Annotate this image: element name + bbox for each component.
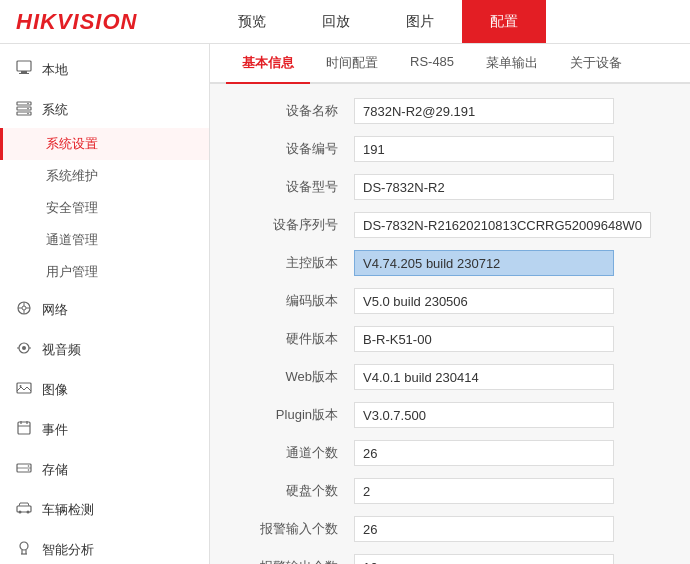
- svg-rect-4: [17, 107, 31, 110]
- form-row-device-id: 设备编号191: [234, 134, 666, 164]
- sidebar-item-system-settings[interactable]: 系统设置: [0, 128, 209, 160]
- sidebar-item-event[interactable]: 事件: [0, 412, 209, 448]
- image-icon: [16, 380, 32, 400]
- form-label-device-serial: 设备序列号: [234, 216, 354, 234]
- content-area: 基本信息 时间配置 RS-485 菜单输出 关于设备 设备名称7832N-R2@…: [210, 44, 690, 564]
- video-icon: [16, 340, 32, 360]
- svg-point-7: [27, 108, 29, 110]
- sidebar-section-vehicle: 车辆检测: [0, 492, 209, 528]
- svg-rect-0: [17, 61, 31, 71]
- form-body: 设备名称7832N-R2@29.191设备编号191设备型号DS-7832N-R…: [210, 84, 690, 564]
- svg-rect-3: [17, 102, 31, 105]
- sidebar-item-video-audio[interactable]: 视音频: [0, 332, 209, 368]
- sidebar-item-user-management[interactable]: 用户管理: [0, 256, 209, 288]
- form-value-alarm-input-count[interactable]: 26: [354, 516, 614, 542]
- sidebar-item-network-label: 网络: [42, 301, 68, 319]
- sidebar-item-local[interactable]: 本地: [0, 52, 209, 88]
- sidebar-item-image[interactable]: 图像: [0, 372, 209, 408]
- form-label-device-model: 设备型号: [234, 178, 354, 196]
- svg-rect-5: [17, 112, 31, 115]
- sidebar-item-system-maintenance[interactable]: 系统维护: [0, 160, 209, 192]
- logo-text: HIKVISION: [16, 9, 137, 34]
- form-row-plugin-version: Plugin版本V3.0.7.500: [234, 400, 666, 430]
- form-value-alarm-output-count[interactable]: 16: [354, 554, 614, 564]
- sidebar-section-network: 网络: [0, 292, 209, 328]
- nav-config[interactable]: 配置: [462, 0, 546, 43]
- sidebar-item-vehicle[interactable]: 车辆检测: [0, 492, 209, 528]
- form-value-device-name[interactable]: 7832N-R2@29.191: [354, 98, 614, 124]
- tab-rs485[interactable]: RS-485: [394, 44, 470, 84]
- form-label-plugin-version: Plugin版本: [234, 406, 354, 424]
- svg-point-28: [28, 469, 30, 471]
- sidebar-section-smart: 智能分析: [0, 532, 209, 564]
- svg-point-8: [27, 113, 29, 115]
- form-value-device-id[interactable]: 191: [354, 136, 614, 162]
- top-nav: 预览 回放 图片 配置: [210, 0, 690, 43]
- form-value-main-version[interactable]: V4.74.205 build 230712: [354, 250, 614, 276]
- form-value-encode-version[interactable]: V5.0 build 230506: [354, 288, 614, 314]
- form-row-device-model: 设备型号DS-7832N-R2: [234, 172, 666, 202]
- sidebar-item-image-label: 图像: [42, 381, 68, 399]
- sidebar-section-video-audio: 视音频: [0, 332, 209, 368]
- event-icon: [16, 420, 32, 440]
- network-icon: [16, 300, 32, 320]
- tab-basic-info[interactable]: 基本信息: [226, 44, 310, 84]
- sidebar-section-event: 事件: [0, 412, 209, 448]
- nav-preview[interactable]: 预览: [210, 0, 294, 43]
- form-value-channel-count[interactable]: 26: [354, 440, 614, 466]
- storage-icon: [16, 460, 32, 480]
- sidebar-section-system: 系统 系统设置 系统维护 安全管理 通道管理 用户管理: [0, 92, 209, 288]
- form-row-device-serial: 设备序列号DS-7832N-R21620210813CCRRG52009648W…: [234, 210, 666, 240]
- form-label-hardware-version: 硬件版本: [234, 330, 354, 348]
- form-label-alarm-input-count: 报警输入个数: [234, 520, 354, 538]
- svg-point-32: [20, 542, 28, 550]
- sidebar: 本地 系统 系统设置 系统维护 安全管理 通道管理 用户管: [0, 44, 210, 564]
- form-row-alarm-output-count: 报警输出个数16: [234, 552, 666, 564]
- sidebar-section-storage: 存储: [0, 452, 209, 488]
- svg-point-10: [22, 306, 26, 310]
- svg-point-6: [27, 103, 29, 105]
- form-value-hardware-version[interactable]: B-R-K51-00: [354, 326, 614, 352]
- form-row-web-version: Web版本V4.0.1 build 230414: [234, 362, 666, 392]
- vehicle-icon: [16, 500, 32, 520]
- form-value-device-serial[interactable]: DS-7832N-R21620210813CCRRG52009648W0: [354, 212, 651, 238]
- form-row-device-name: 设备名称7832N-R2@29.191: [234, 96, 666, 126]
- form-value-web-version[interactable]: V4.0.1 build 230414: [354, 364, 614, 390]
- form-row-hardware-version: 硬件版本B-R-K51-00: [234, 324, 666, 354]
- tab-about-device[interactable]: 关于设备: [554, 44, 638, 84]
- sidebar-item-security-management[interactable]: 安全管理: [0, 192, 209, 224]
- form-label-hdd-count: 硬盘个数: [234, 482, 354, 500]
- svg-point-20: [20, 385, 22, 387]
- sidebar-item-smart-label: 智能分析: [42, 541, 94, 559]
- nav-picture[interactable]: 图片: [378, 0, 462, 43]
- system-icon: [16, 100, 32, 120]
- monitor-icon: [16, 60, 32, 80]
- sidebar-item-network[interactable]: 网络: [0, 292, 209, 328]
- tab-time-config[interactable]: 时间配置: [310, 44, 394, 84]
- sidebar-item-system[interactable]: 系统: [0, 92, 209, 128]
- sidebar-item-video-audio-label: 视音频: [42, 341, 81, 359]
- sidebar-section-image: 图像: [0, 372, 209, 408]
- sidebar-item-channel-management[interactable]: 通道管理: [0, 224, 209, 256]
- form-label-device-name: 设备名称: [234, 102, 354, 120]
- form-value-hdd-count[interactable]: 2: [354, 478, 614, 504]
- form-value-plugin-version[interactable]: V3.0.7.500: [354, 402, 614, 428]
- form-label-alarm-output-count: 报警输出个数: [234, 558, 354, 564]
- nav-playback[interactable]: 回放: [294, 0, 378, 43]
- form-label-encode-version: 编码版本: [234, 292, 354, 310]
- smart-icon: [16, 540, 32, 560]
- form-label-web-version: Web版本: [234, 368, 354, 386]
- form-value-device-model[interactable]: DS-7832N-R2: [354, 174, 614, 200]
- svg-rect-2: [19, 73, 29, 74]
- form-label-main-version: 主控版本: [234, 254, 354, 272]
- sidebar-item-vehicle-label: 车辆检测: [42, 501, 94, 519]
- sidebar-section-local: 本地: [0, 52, 209, 88]
- sidebar-item-event-label: 事件: [42, 421, 68, 439]
- sidebar-item-local-label: 本地: [42, 61, 68, 79]
- svg-point-31: [27, 511, 30, 514]
- svg-point-27: [28, 465, 30, 467]
- tab-menu-output[interactable]: 菜单输出: [470, 44, 554, 84]
- sidebar-item-storage[interactable]: 存储: [0, 452, 209, 488]
- sidebar-item-smart[interactable]: 智能分析: [0, 532, 209, 564]
- svg-rect-1: [21, 71, 27, 73]
